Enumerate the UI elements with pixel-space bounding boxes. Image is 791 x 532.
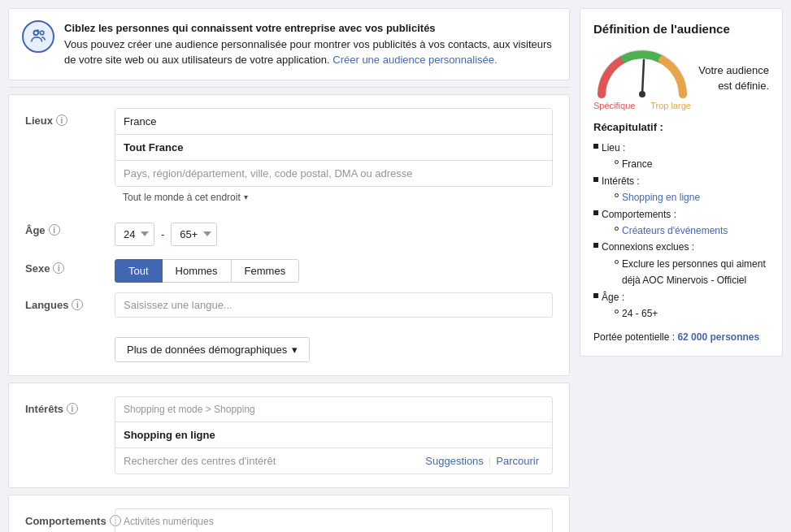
summary-age-range: 24 - 65+ — [622, 305, 658, 322]
location-tag: Tout France — [115, 135, 552, 161]
audience-icon — [22, 20, 54, 53]
summary-creators: Créateurs d'événements — [615, 223, 728, 239]
interests-label: Intérêts i — [25, 396, 115, 415]
main-content: Ciblez les personnes qui connaissent vot… — [8, 8, 570, 532]
bullet-icon — [593, 144, 598, 149]
summary-lieu-label: Lieu : — [602, 142, 625, 154]
age-info-icon[interactable]: i — [49, 224, 60, 236]
create-audience-link[interactable]: Créer une audience personnalisée. — [332, 54, 497, 66]
behaviors-box: Activités numériques Créateurs d'événeme… — [115, 508, 553, 533]
gender-tout-button[interactable]: Tout — [115, 259, 163, 283]
banner-title: Ciblez les personnes qui connaissent vot… — [64, 22, 436, 34]
interests-row: Intérêts i Shopping et mode > Shopping S… — [25, 396, 553, 474]
dropdown-arrow-icon: ▾ — [244, 192, 248, 201]
gender-control: Tout Hommes Femmes — [115, 256, 553, 283]
location-row: Lieux i Tout France Tout le monde à cet … — [25, 108, 553, 208]
svg-point-4 — [639, 91, 645, 97]
age-from-select[interactable]: 182124 253035 404550 — [115, 223, 154, 246]
summary-list: Lieu : France Intérêts : — [593, 140, 769, 322]
location-input[interactable] — [115, 109, 552, 135]
summary-france: France — [622, 156, 652, 172]
more-demographics-button[interactable]: Plus de données démographiques ▾ — [115, 337, 310, 362]
language-row: Langues i — [25, 292, 553, 318]
summary-creators-link[interactable]: Créateurs d'événements — [622, 223, 728, 239]
summary-connections-label: Connexions exclues : — [602, 241, 694, 253]
location-scope-label: Tout le monde à cet endroit — [123, 192, 241, 203]
age-controls: 182124 253035 404550 - 55606565+ — [115, 218, 553, 246]
suggestions-link[interactable]: Suggestions — [420, 455, 489, 467]
age-to-select[interactable]: 55606565+ — [171, 223, 217, 246]
summary-item-lieu: Lieu : France — [593, 140, 769, 173]
gender-hommes-button[interactable]: Hommes — [162, 259, 232, 283]
summary-exclusion: Exclure les personnes qui aiment déjà AO… — [615, 256, 769, 289]
audience-banner: Ciblez les personnes qui connaissent vot… — [8, 8, 570, 80]
age-control: 182124 253035 404550 - 55606565+ — [115, 218, 553, 246]
location-control: Tout France Tout le monde à cet endroit … — [115, 108, 553, 208]
behaviors-row: Comportements i Activités numériques Cré… — [25, 508, 553, 533]
gender-row: Sexe i Tout Hommes Femmes — [25, 256, 553, 283]
sub-bullet-icon — [615, 260, 619, 264]
interests-search-input[interactable] — [124, 448, 420, 474]
gauge-container: Spécifique Trop large — [593, 45, 691, 102]
demographics-row: Plus de données démographiques ▾ — [25, 327, 553, 362]
age-label: Âge i — [25, 218, 115, 236]
interests-breadcrumb: Shopping et mode > Shopping — [115, 397, 552, 422]
gauge-wrap: Spécifique Trop large — [593, 45, 691, 98]
browse-link[interactable]: Parcourir — [491, 455, 544, 467]
gauge-row: Spécifique Trop large Votre audience est… — [593, 45, 769, 111]
language-label: Langues i — [25, 292, 115, 311]
summary-age-label: Âge : — [602, 292, 624, 303]
summary-shopping: Shopping en ligne — [615, 189, 700, 205]
gender-femmes-button[interactable]: Femmes — [231, 259, 300, 283]
behaviors-breadcrumb: Activités numériques — [115, 509, 552, 533]
sub-bullet-icon — [615, 193, 619, 197]
behaviors-section: Comportements i Activités numériques Cré… — [8, 495, 570, 533]
interests-search-row: Suggestions | Parcourir — [115, 448, 552, 474]
sub-bullet-icon — [615, 309, 619, 314]
gender-info-icon[interactable]: i — [53, 262, 64, 274]
bullet-icon — [593, 210, 598, 215]
bullet-icon — [593, 243, 598, 248]
summary-interests-label: Intérêts : — [602, 175, 640, 187]
interests-section: Intérêts i Shopping et mode > Shopping S… — [8, 383, 570, 488]
interests-control: Shopping et mode > Shopping Shopping en … — [115, 396, 553, 474]
age-row: Âge i 182124 253035 404550 - 55606565+ — [25, 218, 553, 246]
interest-actions: Suggestions | Parcourir — [420, 455, 544, 467]
behaviors-label: Comportements i — [25, 508, 115, 527]
interests-tag: Shopping en ligne — [115, 422, 552, 448]
location-scope-dropdown[interactable]: Tout le monde à cet endroit ▾ — [115, 187, 553, 208]
svg-point-1 — [40, 31, 44, 35]
reach-text: Portée potentielle : 62 000 personnes — [593, 331, 769, 343]
svg-point-2 — [34, 31, 39, 36]
sub-bullet-icon — [615, 160, 619, 164]
interests-box: Shopping et mode > Shopping Shopping en … — [115, 396, 553, 474]
reach-value: 62 000 personnes — [677, 331, 759, 343]
summary-shopping-link[interactable]: Shopping en ligne — [622, 189, 700, 205]
bullet-icon — [593, 177, 598, 182]
summary-title: Récapitulatif : — [593, 121, 769, 133]
language-info-icon[interactable]: i — [72, 299, 83, 310]
gauge-labels: Spécifique Trop large — [593, 101, 691, 110]
summary-item-age: Âge : 24 - 65+ — [593, 289, 769, 322]
gender-buttons: Tout Hommes Femmes — [115, 256, 553, 283]
summary-age-value: 24 - 65+ — [615, 305, 658, 322]
language-input[interactable] — [115, 292, 553, 318]
location-label: Lieux i — [25, 108, 115, 127]
audience-definition-panel: Définition de l'audience — [580, 8, 783, 357]
location-info-icon[interactable]: i — [56, 115, 67, 126]
summary-item-connections: Connexions exclues : Exclure les personn… — [593, 239, 769, 288]
sub-bullet-icon — [615, 227, 619, 231]
demo-arrow-icon: ▾ — [292, 344, 298, 356]
sidebar-title: Définition de l'audience — [593, 22, 769, 36]
sidebar: Définition de l'audience — [580, 8, 783, 532]
location-search-input[interactable] — [115, 161, 552, 186]
summary-item-interests: Intérêts : Shopping en ligne — [593, 173, 769, 206]
gauge-large-label: Trop large — [650, 101, 691, 110]
gender-label: Sexe i — [25, 256, 115, 275]
gauge-status: Votre audience est définie. — [698, 63, 769, 93]
interests-info-icon[interactable]: i — [67, 403, 78, 414]
behaviors-control: Activités numériques Créateurs d'événeme… — [115, 508, 553, 533]
language-control — [115, 292, 553, 318]
location-box: Tout France — [115, 108, 553, 187]
targeting-section: Lieux i Tout France Tout le monde à cet … — [8, 94, 570, 376]
